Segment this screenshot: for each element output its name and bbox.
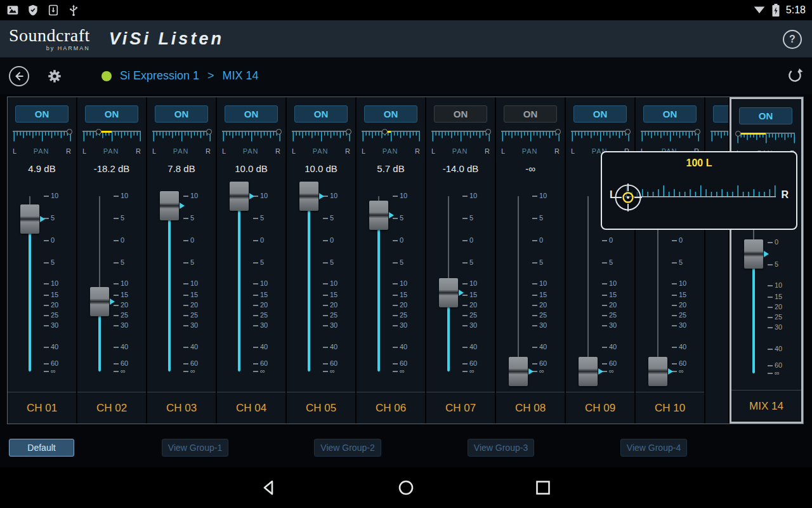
scale-tick — [768, 327, 773, 328]
scale-label: 15 — [51, 291, 58, 298]
channel-on-button[interactable]: ON — [434, 105, 487, 123]
pan-left-label: L — [292, 147, 296, 155]
pan-control[interactable]: LPANR — [362, 131, 420, 159]
pan-control[interactable]: LPANR — [82, 131, 141, 159]
channel-on-button[interactable]: ON — [364, 105, 417, 123]
fader[interactable]: 1050510152025304060∞ — [496, 181, 565, 392]
master-strip: ONLPANR1050510152025304060∞MIX 14 — [730, 97, 803, 424]
channel-strip: ONLPANR-18.2 dB1050510152025304060∞CH 02 — [77, 97, 146, 424]
fader[interactable]: 1050510152025304060∞ — [147, 181, 216, 392]
scale-label: 15 — [775, 293, 782, 300]
pan-thumb[interactable] — [276, 129, 282, 135]
fader-cap[interactable] — [579, 357, 598, 386]
fader[interactable]: 1050510152025304060∞ — [217, 181, 285, 392]
nav-home-icon[interactable] — [398, 479, 414, 496]
pan-control[interactable]: LPANR — [501, 131, 560, 159]
pan-right-label: R — [345, 147, 350, 155]
pan-thumb[interactable] — [206, 129, 212, 135]
channel-on-button[interactable]: ON — [225, 105, 278, 123]
pan-scale-labels: LPANR — [292, 147, 350, 155]
channel-on-button[interactable]: ON — [713, 105, 728, 123]
fader-cap[interactable] — [20, 204, 39, 234]
breadcrumb-device[interactable]: Si Expression 1 — [120, 69, 199, 83]
pan-right-label: R — [415, 147, 420, 155]
fader[interactable]: 1050510152025304060∞ — [77, 181, 146, 392]
scale-tick — [768, 317, 773, 318]
view-group-4-button[interactable]: View Group-4 — [620, 439, 687, 457]
scale-tick — [393, 262, 398, 264]
channel-on-button[interactable]: ON — [739, 107, 792, 124]
pan-ruler — [362, 131, 420, 144]
scale-label: 10 — [400, 279, 407, 287]
scale-label: 5 — [775, 260, 778, 268]
scale-tick — [393, 295, 398, 296]
fader[interactable]: 1050510152025304060∞ — [8, 181, 76, 392]
fader-db-value: 7.8 dB — [147, 163, 216, 174]
fader[interactable]: 1050510152025304060∞ — [426, 181, 495, 392]
nav-recents-icon[interactable] — [535, 479, 551, 496]
fader-cap[interactable] — [90, 287, 109, 316]
pan-control[interactable]: LPANR — [431, 131, 490, 159]
fader-cap[interactable] — [509, 357, 528, 386]
fader-cap[interactable] — [744, 239, 763, 269]
fader-cap[interactable] — [369, 201, 388, 230]
refresh-button[interactable] — [787, 67, 803, 86]
settings-button[interactable] — [46, 67, 63, 85]
pan-center-label: PAN — [522, 147, 538, 155]
scale-tick — [393, 325, 398, 326]
scale-tick — [253, 283, 258, 284]
fader-cap[interactable] — [230, 182, 249, 211]
fader-cap[interactable] — [160, 191, 179, 220]
channel-on-button[interactable]: ON — [643, 105, 697, 123]
default-button[interactable]: Default — [9, 439, 74, 457]
scale-label: ∞ — [539, 367, 544, 375]
battery-charging-icon — [771, 3, 780, 17]
back-button[interactable] — [9, 66, 29, 86]
scale-tick — [44, 363, 49, 364]
scale-label: 0 — [775, 238, 778, 246]
scale-label: 20 — [51, 301, 58, 309]
nav-back-icon[interactable] — [261, 479, 277, 496]
pan-thumb[interactable] — [695, 129, 700, 135]
channel-on-button[interactable]: ON — [504, 105, 557, 123]
view-group-3-button[interactable]: View Group-3 — [468, 439, 534, 457]
fader-cap[interactable] — [439, 278, 458, 307]
channel-on-button[interactable]: ON — [85, 105, 138, 123]
scale-label: 40 — [190, 343, 198, 351]
view-group-2-button[interactable]: View Group-2 — [314, 439, 381, 457]
channel-on-button[interactable]: ON — [294, 105, 348, 123]
channel-on-button[interactable]: ON — [573, 105, 627, 123]
breadcrumb-mix[interactable]: MIX 14 — [223, 69, 259, 83]
fader-cap[interactable] — [299, 182, 318, 211]
pan-ruler — [710, 131, 728, 144]
pan-control[interactable]: LPANR — [292, 131, 350, 159]
fader[interactable]: 1050510152025304060∞ — [357, 181, 425, 392]
pan-control[interactable]: LPANR — [222, 131, 280, 159]
pan-thumb[interactable] — [346, 129, 351, 135]
scale-label: 0 — [679, 236, 683, 244]
channel-on-button[interactable]: ON — [15, 105, 69, 123]
fader-cap[interactable] — [648, 357, 667, 386]
pan-ruler — [737, 133, 795, 145]
pan-thumb[interactable] — [625, 129, 631, 135]
scale-tick — [183, 262, 188, 264]
pan-popup-value: 100 L — [602, 157, 796, 169]
pan-popup-knob[interactable] — [613, 183, 643, 215]
pan-control[interactable]: LPANR — [152, 131, 211, 159]
scale-label: ∞ — [330, 367, 335, 375]
fader-db-value: 5.7 dB — [357, 163, 425, 174]
channel-on-button[interactable]: ON — [155, 105, 208, 123]
pan-center-label: PAN — [452, 147, 468, 155]
scale-tick — [672, 315, 677, 316]
help-button[interactable]: ? — [783, 30, 802, 49]
view-group-1-button[interactable]: View Group-1 — [162, 439, 228, 457]
pan-thumb[interactable] — [555, 129, 561, 135]
scale-tick — [323, 295, 328, 296]
scale-label: 10 — [190, 279, 198, 287]
pan-control[interactable]: LPANR — [13, 131, 71, 159]
pan-thumb[interactable] — [67, 129, 72, 135]
scale-label: 40 — [609, 343, 617, 351]
scale-tick — [462, 347, 468, 348]
pan-thumb[interactable] — [485, 129, 491, 135]
fader[interactable]: 1050510152025304060∞ — [287, 181, 355, 392]
